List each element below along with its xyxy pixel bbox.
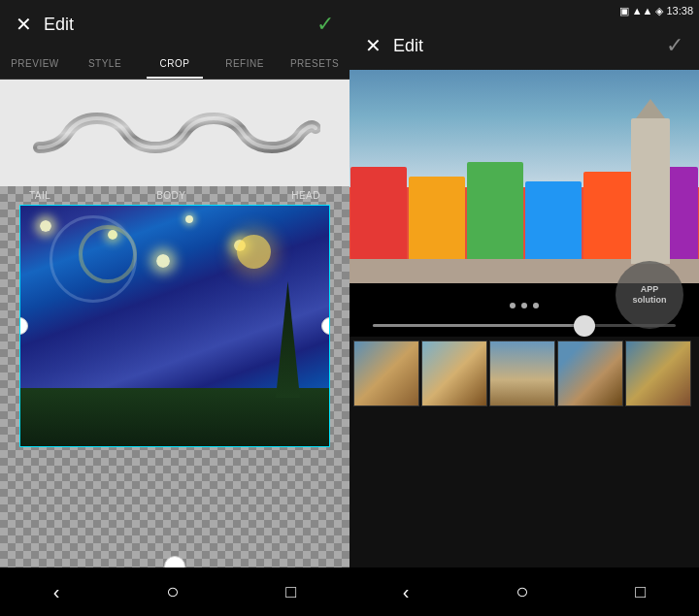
signal-icon: ▲▲ — [632, 5, 653, 16]
thumb-img-1 — [354, 341, 418, 405]
canvas-area: TAIL BODY HEAD — [0, 80, 350, 567]
battery-icon: ▣ — [619, 5, 629, 17]
tab-style[interactable]: STYLE — [70, 49, 140, 79]
tab-preview[interactable]: PREVIEW — [0, 49, 70, 79]
city-photo — [350, 70, 699, 283]
swirl-2 — [50, 215, 137, 303]
crop-handle-bottom[interactable] — [164, 556, 185, 567]
recent-button[interactable]: □ — [285, 582, 296, 602]
right-header-left: ✕ Edit — [365, 34, 423, 57]
thumbnail-4[interactable] — [557, 340, 623, 406]
watermark-line2: solution — [633, 295, 667, 306]
tab-presets[interactable]: PRESETS — [280, 49, 350, 79]
right-title: Edit — [393, 36, 423, 56]
thumb-img-5 — [626, 341, 690, 405]
slider-fill — [373, 324, 584, 327]
time-display: 13:38 — [666, 5, 693, 16]
thumbnail-5[interactable] — [625, 340, 691, 406]
left-header-left: ✕ Edit — [16, 13, 74, 36]
left-close-button[interactable]: ✕ — [16, 13, 32, 36]
tbh-labels: TAIL BODY HEAD — [0, 186, 350, 205]
tab-crop[interactable]: CROP — [140, 49, 210, 79]
checkerboard-area: TAIL BODY HEAD — [0, 186, 350, 567]
thumbnail-1[interactable] — [353, 340, 419, 406]
right-panel: ▣ ▲▲ ◈ 13:38 ✕ Edit ✓ — [350, 0, 699, 616]
tail-label: TAIL — [29, 190, 50, 201]
right-back-button[interactable]: ‹ — [403, 581, 410, 603]
back-button[interactable]: ‹ — [53, 581, 60, 603]
tab-bar: PREVIEW STYLE CROP REFINE PRESETS — [0, 49, 350, 80]
head-label: HEAD — [291, 190, 320, 201]
right-home-button[interactable]: ○ — [516, 579, 528, 604]
left-bottom-nav: ‹ ○ □ — [0, 567, 350, 616]
status-bar: ▣ ▲▲ ◈ 13:38 — [350, 0, 699, 21]
snake-image-area — [0, 80, 350, 186]
building-1 — [350, 167, 407, 264]
city-photo-area — [350, 70, 699, 283]
slider-area: APP solution — [350, 283, 699, 337]
thumbnail-2[interactable] — [421, 340, 487, 406]
dot-1 — [510, 303, 516, 308]
slider-track[interactable] — [373, 324, 676, 327]
thumb-img-4 — [558, 341, 622, 405]
left-header: ✕ Edit ✓ — [0, 0, 350, 49]
tab-refine[interactable]: REFINE — [210, 49, 280, 79]
crop-handle-right[interactable] — [321, 317, 330, 335]
tower — [631, 118, 670, 264]
left-title: Edit — [44, 15, 74, 35]
star-1 — [40, 220, 51, 232]
building-3 — [467, 162, 523, 264]
right-bottom-nav: ‹ ○ □ — [350, 567, 699, 616]
star-3 — [156, 254, 170, 268]
thumb-img-2 — [422, 341, 486, 405]
wifi-icon: ◈ — [655, 5, 663, 17]
dot-3 — [533, 303, 539, 308]
left-confirm-button[interactable]: ✓ — [316, 12, 334, 37]
cypress-tree — [276, 281, 300, 398]
starry-night-image — [19, 205, 330, 447]
snake-svg — [29, 99, 320, 167]
thumbnail-3[interactable] — [489, 340, 555, 406]
left-panel: ✕ Edit ✓ PREVIEW STYLE CROP REFINE PRESE… — [0, 0, 350, 616]
home-button[interactable]: ○ — [166, 579, 179, 604]
moon — [237, 235, 271, 269]
building-4 — [525, 181, 582, 264]
crop-container[interactable] — [19, 205, 330, 567]
body-label: BODY — [156, 190, 185, 201]
slider-thumb[interactable] — [574, 315, 595, 337]
tower-top — [636, 99, 665, 118]
crop-handle-left[interactable] — [19, 317, 28, 335]
star-4 — [185, 215, 193, 223]
building-2 — [409, 177, 465, 264]
right-header: ✕ Edit ✓ — [350, 21, 699, 70]
right-recent-button[interactable]: □ — [635, 582, 646, 602]
right-close-button[interactable]: ✕ — [365, 34, 382, 57]
thumb-img-3 — [490, 341, 554, 405]
dot-2 — [521, 303, 527, 308]
thumbnails-strip — [350, 337, 699, 567]
right-confirm-button[interactable]: ✓ — [666, 33, 683, 58]
watermark-line1: APP — [641, 284, 659, 295]
app-solution-watermark: APP solution — [616, 261, 683, 329]
